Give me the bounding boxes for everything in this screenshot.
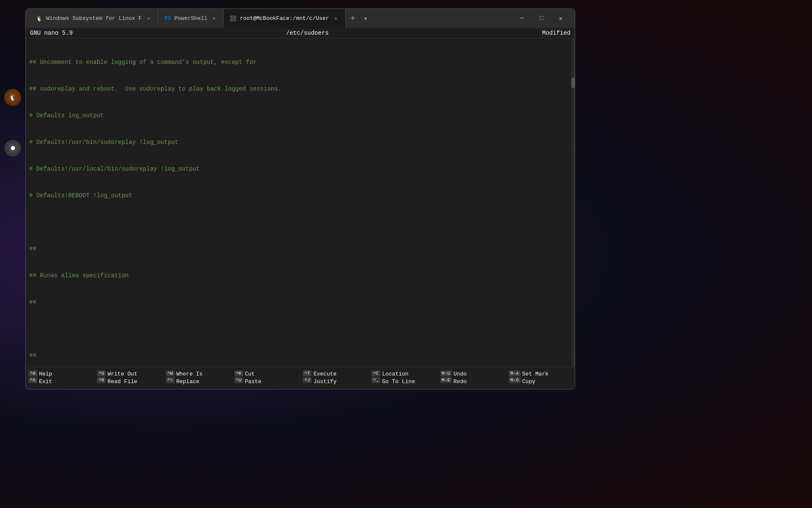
maximize-button[interactable]: □ bbox=[532, 15, 551, 22]
shortcut-whereis-replace-keys: ^W ^\ bbox=[166, 370, 175, 383]
nano-filename: /etc/sudoers bbox=[286, 30, 329, 36]
line-10: ## bbox=[29, 298, 571, 307]
wsl-icon: 🐧 bbox=[36, 15, 43, 22]
key-setmark: M-A bbox=[509, 370, 521, 376]
avatar-2: ⬢ bbox=[4, 140, 21, 157]
shortcut-location-gotoline-keys: ^C ^_ bbox=[371, 370, 380, 383]
terminal-icon: ⬛ bbox=[230, 15, 236, 22]
shortcut-help-exit[interactable]: ^G ^X HelpExit bbox=[26, 369, 94, 387]
shortcut-cut-paste-label: CutPaste bbox=[245, 370, 261, 386]
tab-wsl-label: Windows Subsystem for Linux F bbox=[46, 15, 142, 22]
nano-status: Modified bbox=[542, 30, 571, 36]
shortcut-whereis-replace[interactable]: ^W ^\ Where IsReplace bbox=[163, 369, 232, 387]
key-copy: M-6 bbox=[509, 377, 521, 383]
ps-icon: PS bbox=[164, 15, 171, 22]
shortcut-write-read[interactable]: ^O ^R Write OutRead File bbox=[94, 369, 163, 387]
tab-nano-close[interactable]: ✕ bbox=[332, 15, 339, 22]
line-11 bbox=[29, 325, 571, 334]
shortcut-write-read-keys: ^O ^R bbox=[97, 370, 106, 383]
shortcut-setmark-copy-label: Set MarkCopy bbox=[522, 370, 549, 386]
shortcut-execute-justify-label: ExecuteJustify bbox=[313, 370, 337, 386]
shortcut-cut-paste[interactable]: ^K ^U CutPaste bbox=[232, 369, 300, 387]
shortcut-setmark-copy[interactable]: M-A M-6 Set MarkCopy bbox=[506, 369, 575, 387]
terminal-window: 🐧 Windows Subsystem for Linux F ✕ PS Pow… bbox=[25, 8, 575, 389]
line-7 bbox=[29, 218, 571, 227]
shortcut-setmark-copy-keys: M-A M-6 bbox=[509, 370, 521, 383]
key-help: ^G bbox=[28, 370, 37, 376]
shortcut-cut-paste-keys: ^K ^U bbox=[234, 370, 243, 383]
sidebar-icon-1[interactable]: 🐧 bbox=[0, 85, 25, 110]
scrollbar-thumb[interactable] bbox=[571, 77, 575, 88]
line-8: ## bbox=[29, 245, 571, 254]
shortcut-execute-justify-keys: ^T ^J bbox=[303, 370, 312, 383]
key-read: ^R bbox=[97, 377, 106, 383]
key-undo: M-U bbox=[440, 370, 452, 376]
scrollbar[interactable] bbox=[571, 39, 575, 367]
line-9: ## Runas alias specification bbox=[29, 271, 571, 280]
shortcut-location-gotoline-label: LocationGo To Line bbox=[382, 370, 415, 386]
shortcut-location-gotoline[interactable]: ^C ^_ LocationGo To Line bbox=[369, 369, 437, 387]
sidebar: 🐧 ⬢ bbox=[0, 0, 25, 508]
key-exit: ^X bbox=[28, 377, 37, 383]
shortcut-help-exit-label: HelpExit bbox=[39, 370, 52, 386]
shortcut-undo-redo-keys: M-U M-E bbox=[440, 370, 452, 383]
nano-editor: GNU nano 5.9 /etc/sudoers Modified ## Un… bbox=[26, 28, 575, 389]
key-paste: ^U bbox=[234, 377, 243, 383]
line-6: # Defaults!REBOOT !log_output bbox=[29, 191, 571, 200]
line-1: ## Uncomment to enable logging of a comm… bbox=[29, 58, 571, 67]
tab-wsl[interactable]: 🐧 Windows Subsystem for Linux F ✕ bbox=[30, 9, 158, 28]
line-2: ## sudoreplay and reboot. Use sudoreplay… bbox=[29, 85, 571, 94]
shortcut-write-read-label: Write OutRead File bbox=[107, 370, 137, 386]
line-3: # Defaults log_output bbox=[29, 111, 571, 120]
line-5: # Defaults!/usr/local/bin/sudoreplay !lo… bbox=[29, 165, 571, 174]
tab-nano[interactable]: ⬛ root@McBookFace:/mnt/c/User ✕ bbox=[224, 9, 346, 28]
tab-powershell-close[interactable]: ✕ bbox=[211, 15, 217, 22]
shortcut-undo-redo[interactable]: M-U M-E UndoRedo bbox=[438, 369, 506, 387]
nano-version: GNU nano 5.9 bbox=[30, 30, 73, 36]
key-write: ^O bbox=[97, 370, 106, 376]
nano-header: GNU nano 5.9 /etc/sudoers Modified bbox=[26, 28, 575, 39]
new-tab-button[interactable]: + bbox=[346, 9, 360, 28]
close-button[interactable]: ✕ bbox=[551, 15, 571, 22]
key-location: ^C bbox=[371, 370, 380, 376]
line-12: ## bbox=[29, 351, 571, 360]
shortcut-help-exit-keys: ^G ^X bbox=[28, 370, 37, 383]
tab-wsl-close[interactable]: ✕ bbox=[145, 15, 152, 22]
nano-shortcuts: ^G ^X HelpExit ^O ^R Write OutRead File … bbox=[26, 367, 575, 389]
sidebar-icon-2[interactable]: ⬢ bbox=[0, 135, 25, 161]
avatar: 🐧 bbox=[4, 89, 21, 106]
key-execute: ^T bbox=[303, 370, 312, 376]
nano-content[interactable]: ## Uncomment to enable logging of a comm… bbox=[26, 39, 575, 367]
shortcut-execute-justify[interactable]: ^T ^J ExecuteJustify bbox=[300, 369, 369, 387]
key-replace: ^\ bbox=[166, 377, 175, 383]
minimize-button[interactable]: ─ bbox=[512, 15, 532, 22]
key-justify: ^J bbox=[303, 377, 312, 383]
line-4: # Defaults!/usr/bin/sudoreplay !log_outp… bbox=[29, 138, 571, 147]
key-whereis: ^W bbox=[166, 370, 175, 376]
shortcut-undo-redo-label: UndoRedo bbox=[453, 370, 466, 386]
key-redo: M-E bbox=[440, 377, 452, 383]
tab-chevron[interactable]: ▾ bbox=[360, 9, 371, 28]
tab-powershell[interactable]: PS PowerShell ✕ bbox=[158, 9, 224, 28]
window-controls: ─ □ ✕ bbox=[512, 15, 571, 22]
tab-powershell-label: PowerShell bbox=[174, 15, 207, 22]
shortcut-whereis-replace-label: Where IsReplace bbox=[176, 370, 203, 386]
key-cut: ^K bbox=[234, 370, 243, 376]
key-gotoline: ^_ bbox=[371, 377, 380, 383]
title-bar: 🐧 Windows Subsystem for Linux F ✕ PS Pow… bbox=[26, 9, 575, 28]
tab-nano-label: root@McBookFace:/mnt/c/User bbox=[240, 15, 329, 22]
